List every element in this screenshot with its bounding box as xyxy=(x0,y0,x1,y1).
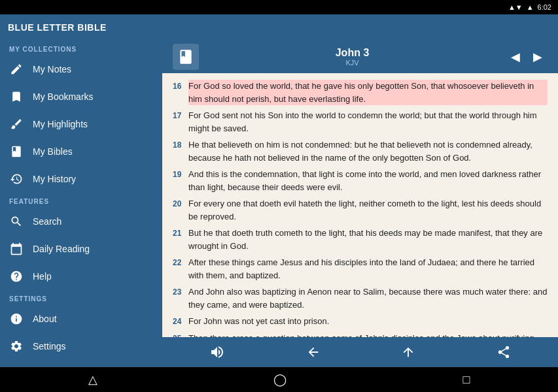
verse-25: 25 Then there arose a question between s… xyxy=(173,332,548,338)
verse-num: 21 xyxy=(173,227,188,252)
sidebar-item-my-bibles[interactable]: My Bibles xyxy=(0,138,162,165)
status-bar: ▲▼ ▲ 6:02 xyxy=(0,0,558,14)
android-home-button[interactable]: ◯ xyxy=(260,370,300,389)
verse-20: 20 For every one that doeth evil hateth … xyxy=(173,197,548,223)
sidebar-item-my-history[interactable]: My History xyxy=(0,165,162,193)
next-chapter-button[interactable]: ▶ xyxy=(528,47,548,67)
verse-num: 18 xyxy=(173,139,188,164)
signal-icon: ▲ xyxy=(527,3,534,11)
sidebar: MY COLLECTIONS My Notes My Bookmarks xyxy=(0,41,162,367)
my-bookmarks-label: My Bookmarks xyxy=(33,91,94,102)
highlights-icon xyxy=(9,117,24,131)
verse-text: For God sent not his Son into the world … xyxy=(188,109,548,135)
clock: 6:02 xyxy=(538,3,551,11)
sidebar-item-my-highlights[interactable]: My Highlights xyxy=(0,110,162,138)
help-icon xyxy=(9,269,24,284)
back-arrow-button[interactable] xyxy=(298,342,328,362)
chapter-version: KJV xyxy=(345,59,358,67)
my-highlights-label: My Highlights xyxy=(33,119,88,129)
features-label: FEATURES xyxy=(0,193,162,208)
settings-section-label: SETTINGS xyxy=(0,290,162,305)
search-icon xyxy=(9,214,24,229)
share-button[interactable] xyxy=(489,342,519,362)
verse-17: 17 For God sent not his Son into the wor… xyxy=(173,109,548,135)
verse-text: And this is the condemnation, that light… xyxy=(188,168,548,193)
android-back-button[interactable]: △ xyxy=(75,370,111,389)
top-bar: BLUE LETTER BIBLE xyxy=(0,14,558,41)
verse-text: He that believeth on him is not condemne… xyxy=(188,139,548,164)
sidebar-item-my-bookmarks[interactable]: My Bookmarks xyxy=(0,83,162,110)
verse-19: 19 And this is the condemnation, that li… xyxy=(173,168,548,193)
verse-22: 22 After these things came Jesus and his… xyxy=(173,256,548,282)
bookmarks-icon xyxy=(9,90,24,104)
audio-button[interactable] xyxy=(201,342,233,363)
settings-icon xyxy=(9,339,24,353)
verse-text: For John was not yet cast into prison. xyxy=(188,315,548,328)
bible-logo xyxy=(173,44,199,70)
wifi-icon: ▲▼ xyxy=(508,3,523,11)
about-label: About xyxy=(33,314,57,324)
search-label: Search xyxy=(33,216,61,227)
my-notes-label: My Notes xyxy=(33,64,71,74)
bottom-toolbar xyxy=(162,337,558,367)
verse-num: 23 xyxy=(173,286,188,311)
my-history-label: My History xyxy=(33,174,76,184)
chapter-info: John 3 KJV xyxy=(336,47,370,67)
sidebar-item-backup-restore[interactable]: Backup/Restore xyxy=(0,360,162,367)
my-collections-label: MY COLLECTIONS xyxy=(0,41,162,56)
verse-24: 24 For John was not yet cast into prison… xyxy=(173,315,548,328)
verse-text: And John also was baptizing in Aenon nea… xyxy=(188,286,548,311)
verse-num: 22 xyxy=(173,257,188,282)
bibles-icon xyxy=(9,144,24,159)
content-area: MY COLLECTIONS My Notes My Bookmarks xyxy=(0,41,558,367)
sidebar-item-help[interactable]: Help xyxy=(0,263,162,290)
prev-chapter-button[interactable]: ◀ xyxy=(506,47,525,67)
android-nav-bar: △ ◯ □ xyxy=(0,367,558,392)
up-arrow-button[interactable] xyxy=(393,342,423,362)
verse-num: 25 xyxy=(173,333,188,338)
history-icon xyxy=(9,172,24,186)
verse-num: 17 xyxy=(173,110,188,135)
verse-num: 24 xyxy=(173,316,188,328)
sidebar-item-my-notes[interactable]: My Notes xyxy=(0,56,162,83)
reading-pane: John 3 KJV ◀ ▶ 16 For God so loved the w… xyxy=(162,41,558,367)
verse-num: 19 xyxy=(173,169,188,193)
verse-text: But he that doeth truth cometh to the li… xyxy=(188,227,548,252)
my-bibles-label: My Bibles xyxy=(33,146,73,157)
about-icon xyxy=(9,312,24,326)
verse-text: For every one that doeth evil hateth the… xyxy=(188,197,548,223)
settings-label: Settings xyxy=(33,341,66,351)
android-recent-button[interactable]: □ xyxy=(449,370,483,389)
app: BLUE LETTER BIBLE MY COLLECTIONS My Note… xyxy=(0,14,558,367)
help-label: Help xyxy=(33,271,52,282)
chapter-title: John 3 xyxy=(336,47,370,59)
sidebar-item-daily-reading[interactable]: Daily Reading xyxy=(0,235,162,263)
verse-num: 16 xyxy=(173,80,188,105)
daily-reading-label: Daily Reading xyxy=(33,244,90,254)
sidebar-item-settings[interactable]: Settings xyxy=(0,333,162,360)
notes-icon xyxy=(9,62,24,76)
verse-num: 20 xyxy=(173,198,188,223)
verse-text: Then there arose a question between some… xyxy=(188,332,548,338)
reading-header: John 3 KJV ◀ ▶ xyxy=(162,41,558,73)
verse-16: 16 For God so loved the world, that he g… xyxy=(173,80,548,105)
bible-text: 16 For God so loved the world, that he g… xyxy=(162,73,558,337)
verse-18: 18 He that believeth on him is not conde… xyxy=(173,139,548,164)
daily-reading-icon xyxy=(9,242,24,256)
app-title: BLUE LETTER BIBLE xyxy=(8,22,107,33)
verse-21: 21 But he that doeth truth cometh to the… xyxy=(173,227,548,252)
verse-23: 23 And John also was baptizing in Aenon … xyxy=(173,286,548,311)
verse-text: After these things came Jesus and his di… xyxy=(188,256,548,282)
sidebar-item-search[interactable]: Search xyxy=(0,208,162,235)
verse-text: For God so loved the world, that he gave… xyxy=(188,80,548,105)
sidebar-item-about[interactable]: About xyxy=(0,305,162,333)
